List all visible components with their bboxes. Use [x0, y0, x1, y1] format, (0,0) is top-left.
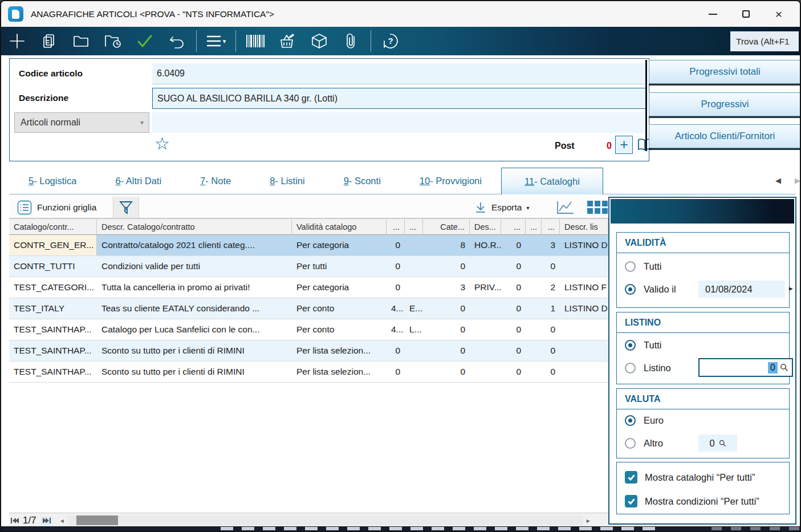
table-cell[interactable]: 0: [423, 362, 470, 382]
table-row[interactable]: TEST_CATEGORI...Tutta la cancelleria in …: [9, 277, 608, 298]
table-cell[interactable]: [560, 362, 608, 382]
table-cell[interactable]: [526, 256, 542, 277]
attachment-button[interactable]: [335, 29, 367, 54]
radio-icon[interactable]: [625, 438, 636, 449]
checkbox-checked-icon[interactable]: [625, 471, 637, 484]
codice-articolo-field[interactable]: 6.0409: [152, 63, 646, 84]
validita-tutti-option[interactable]: Tutti: [625, 260, 661, 273]
table-cell[interactable]: [526, 298, 542, 319]
tab-scroll-next-icon[interactable]: ▶: [791, 174, 801, 187]
tab-7[interactable]: 7 - Note: [181, 168, 250, 194]
table-cell[interactable]: Per categoria: [292, 235, 387, 255]
table-cell[interactable]: 0: [542, 340, 560, 361]
tab-6[interactable]: 6 - Altri Dati: [96, 168, 181, 194]
scrollbar-thumb[interactable]: [76, 515, 118, 525]
table-cell[interactable]: [526, 362, 542, 382]
column-header[interactable]: ...: [387, 219, 405, 235]
tipo-articolo-dropdown[interactable]: Articoli normali ▾: [14, 112, 149, 133]
filter-button[interactable]: T: [113, 197, 139, 218]
table-cell[interactable]: 0: [387, 362, 405, 382]
help-button[interactable]: ?: [375, 29, 406, 54]
table-cell[interactable]: CONTR_GEN_ER...: [9, 235, 97, 255]
table-cell[interactable]: [526, 235, 542, 255]
scroll-left-icon[interactable]: ◂: [60, 517, 64, 525]
maximize-button[interactable]: [729, 3, 762, 26]
empty-field[interactable]: [152, 112, 646, 133]
table-cell[interactable]: [405, 277, 423, 298]
table-cell[interactable]: [470, 340, 501, 361]
tab-10[interactable]: 10 - Provvigioni: [400, 168, 501, 194]
table-cell[interactable]: 0: [423, 298, 470, 319]
table-cell[interactable]: [470, 298, 501, 319]
table-cell[interactable]: LISTINO D: [560, 298, 608, 319]
table-cell[interactable]: CONTR_TUTTI: [9, 256, 97, 277]
table-row[interactable]: TEST_SAINTHAP...Catalogo per Luca Sanfel…: [9, 319, 608, 340]
chart-button[interactable]: [554, 199, 578, 216]
table-cell[interactable]: 1: [542, 298, 560, 319]
column-header[interactable]: Des...: [470, 219, 501, 235]
table-cell[interactable]: 0: [542, 362, 560, 382]
table-cell[interactable]: [405, 235, 423, 255]
table-cell[interactable]: 0: [542, 319, 560, 340]
table-row[interactable]: CONTR_TUTTICondizioni valide per tuttiPe…: [9, 256, 608, 277]
search-icon[interactable]: [719, 440, 726, 447]
table-cell[interactable]: 0: [501, 340, 526, 361]
table-cell[interactable]: [470, 256, 501, 277]
table-cell[interactable]: LISTINO D: [560, 235, 608, 255]
horizontal-scrollbar[interactable]: [67, 515, 583, 525]
table-cell[interactable]: 0: [501, 319, 526, 340]
table-cell[interactable]: TEST_SAINTHAP...: [9, 319, 97, 340]
table-cell[interactable]: 4...: [387, 319, 405, 340]
tab-9[interactable]: 9 - Sconti: [324, 168, 400, 194]
radio-checked-icon[interactable]: [625, 340, 636, 351]
valuta-altro-option[interactable]: Altro: [625, 437, 663, 449]
find-shortcut[interactable]: Trova (Alt+F1: [730, 31, 799, 51]
valido-il-date-field[interactable]: 01/08/2024: [698, 281, 785, 298]
table-cell[interactable]: TEST_ITALY: [9, 298, 97, 319]
scroll-right-icon[interactable]: ▸: [587, 517, 590, 525]
basket-edit-button[interactable]: [271, 29, 303, 54]
listino-tutti-option[interactable]: Tutti: [625, 339, 661, 351]
radio-checked-icon[interactable]: [625, 284, 636, 295]
table-row[interactable]: TEST_ITALYTeas su cliente EATALY conside…: [9, 298, 608, 319]
table-cell[interactable]: Per lista selezion...: [292, 340, 387, 361]
table-cell[interactable]: [405, 256, 423, 277]
table-cell[interactable]: 3: [542, 235, 560, 255]
table-row[interactable]: TEST_SAINTHAP...Sconto su tutto per i cl…: [9, 340, 608, 362]
table-cell[interactable]: 0: [423, 319, 470, 340]
table-cell[interactable]: Per categoria: [292, 277, 387, 298]
checkbox-checked-icon[interactable]: [625, 495, 637, 507]
table-cell[interactable]: [470, 362, 501, 382]
favorite-star-icon[interactable]: ☆: [154, 135, 170, 152]
radio-checked-icon[interactable]: [625, 415, 636, 426]
column-header[interactable]: ...: [542, 219, 560, 235]
table-cell[interactable]: 8: [423, 235, 470, 255]
table-cell[interactable]: 0: [501, 235, 526, 255]
articolo-clienti-fornitori-button[interactable]: Articolo Clienti/Fornitori: [649, 124, 801, 148]
copy-button[interactable]: [33, 29, 65, 54]
table-cell[interactable]: TEST_CATEGORI...: [9, 277, 97, 298]
table-cell[interactable]: LISTINO F: [560, 277, 608, 298]
package-button[interactable]: [303, 29, 335, 54]
grid-view-button[interactable]: [587, 201, 608, 214]
table-cell[interactable]: [405, 362, 423, 382]
descrizione-field[interactable]: SUGO AL BASILICO BARILLA 340 gr. (Lotti): [152, 88, 646, 109]
table-cell[interactable]: Sconto su tutto per i clienti di RIMINI: [97, 362, 292, 382]
listino-number-input[interactable]: 0: [698, 358, 793, 377]
listino-listino-option[interactable]: Listino: [625, 362, 671, 374]
esporta-button[interactable]: Esporta ▾: [474, 199, 529, 216]
open-recent-button[interactable]: [97, 29, 129, 54]
open-button[interactable]: [65, 29, 97, 54]
table-cell[interactable]: Per conto: [292, 319, 387, 340]
table-cell[interactable]: Tutta la cancelleria in promo ai privati…: [97, 277, 292, 298]
table-cell[interactable]: [560, 340, 608, 361]
tab-5[interactable]: 5 - Logistica: [9, 168, 96, 194]
table-cell[interactable]: 0: [423, 340, 470, 361]
table-cell[interactable]: L...: [405, 319, 423, 340]
date-expand-icon[interactable]: ▸: [789, 284, 793, 293]
close-button[interactable]: ×: [762, 3, 795, 26]
table-cell[interactable]: [470, 319, 501, 340]
table-cell[interactable]: 0: [387, 235, 405, 255]
table-cell[interactable]: [405, 340, 423, 361]
table-cell[interactable]: TEST_SAINTHAP...: [9, 362, 97, 382]
